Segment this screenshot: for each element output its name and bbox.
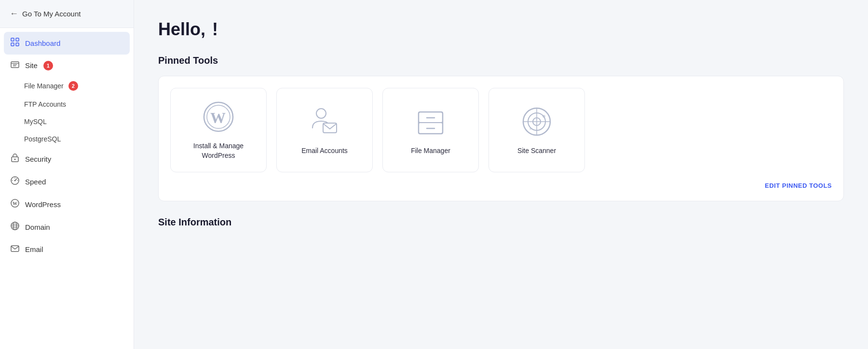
sidebar-subitem-postgresql[interactable]: PostgreSQL <box>24 130 134 148</box>
svg-text:W: W <box>210 109 226 126</box>
pinned-tools-container: W Install & Manage WordPress <box>158 76 844 201</box>
email-icon <box>10 244 20 254</box>
svg-rect-19 <box>11 246 19 251</box>
tool-card-site-scanner[interactable]: Site Scanner <box>488 88 585 172</box>
svg-rect-3 <box>16 43 19 46</box>
svg-point-11 <box>14 180 16 181</box>
pinned-tools-title: Pinned Tools <box>158 55 844 66</box>
wordpress-tool-icon: W <box>202 100 235 134</box>
sidebar-item-security[interactable]: Security <box>0 148 134 170</box>
svg-point-36 <box>529 128 531 130</box>
file-manager-badge: 2 <box>68 81 78 91</box>
arrow-left-icon: ← <box>10 9 18 19</box>
sidebar-subitem-ftp[interactable]: FTP Accounts <box>24 96 134 113</box>
sub-nav-label-mysql: MySQL <box>24 118 47 126</box>
sidebar-subitem-file-manager[interactable]: File Manager 2 <box>24 76 134 96</box>
sidebar-item-label-domain: Domain <box>25 223 50 231</box>
sidebar-item-wordpress[interactable]: W WordPress <box>0 193 134 216</box>
page-greeting: Hello, ! <box>158 19 844 40</box>
tool-label-file-manager: File Manager <box>411 146 450 156</box>
sidebar-item-dashboard[interactable]: Dashboard <box>4 32 130 55</box>
sidebar-item-label-wordpress: WordPress <box>25 200 61 209</box>
sub-nav-label-ftp: FTP Accounts <box>24 100 66 108</box>
site-icon <box>10 60 20 70</box>
tool-label-email-accounts: Email Accounts <box>301 146 348 156</box>
svg-point-23 <box>316 109 326 118</box>
tools-grid: W Install & Manage WordPress <box>170 88 832 172</box>
tool-label-wordpress: Install & Manage WordPress <box>180 141 257 160</box>
tool-label-site-scanner: Site Scanner <box>517 146 556 156</box>
sidebar-item-site[interactable]: Site 1 <box>0 55 134 76</box>
go-to-account-label: Go To My Account <box>22 10 81 18</box>
sidebar-item-label-speed: Speed <box>25 178 46 186</box>
svg-point-35 <box>542 115 545 118</box>
site-scanner-tool-icon <box>520 105 554 139</box>
svg-text:W: W <box>13 201 17 206</box>
pinned-tools-section: Pinned Tools W Install & Manage WordPres… <box>158 55 844 201</box>
tool-card-file-manager[interactable]: File Manager <box>382 88 479 172</box>
svg-point-9 <box>14 159 16 160</box>
sub-nav-label-postgresql: PostgreSQL <box>24 135 61 143</box>
sidebar-item-label-security: Security <box>25 155 51 163</box>
sub-nav-label-file-manager: File Manager <box>24 82 64 90</box>
tool-card-wordpress[interactable]: W Install & Manage WordPress <box>170 88 267 172</box>
main-content: Hello, ! Pinned Tools W Install & Manage… <box>134 0 868 349</box>
sidebar-item-speed[interactable]: Speed <box>0 170 134 193</box>
site-info-title: Site Information <box>158 217 844 228</box>
edit-pinned-tools-area: EDIT PINNED TOOLS <box>170 182 832 189</box>
svg-rect-24 <box>323 123 337 133</box>
globe-icon <box>10 222 20 233</box>
sidebar-item-email[interactable]: Email <box>0 238 134 260</box>
email-accounts-tool-icon <box>308 105 341 139</box>
sidebar-nav: Dashboard Site 1 File Manager 2 FTP <box>0 28 134 264</box>
file-manager-tool-icon <box>414 105 448 139</box>
go-to-account-button[interactable]: ← Go To My Account <box>0 0 134 28</box>
tool-card-email-accounts[interactable]: Email Accounts <box>276 88 373 172</box>
sidebar-item-label-site: Site <box>25 61 38 70</box>
lock-icon <box>10 154 20 165</box>
sidebar-subitem-mysql[interactable]: MySQL <box>24 113 134 130</box>
site-badge: 1 <box>43 61 53 70</box>
svg-rect-1 <box>16 38 19 41</box>
wordpress-icon: W <box>10 199 20 210</box>
sidebar-item-label-email: Email <box>25 245 43 253</box>
sidebar: ← Go To My Account Dashboard <box>0 0 134 349</box>
edit-pinned-tools-link[interactable]: EDIT PINNED TOOLS <box>765 182 832 189</box>
grid-icon <box>10 38 20 49</box>
speed-icon <box>10 176 20 187</box>
greeting-suffix: ! <box>212 19 218 39</box>
sub-nav: File Manager 2 FTP Accounts MySQL Postgr… <box>0 76 134 148</box>
svg-rect-2 <box>11 43 14 46</box>
sidebar-item-label-dashboard: Dashboard <box>25 39 60 47</box>
sidebar-item-domain[interactable]: Domain <box>0 216 134 238</box>
svg-rect-0 <box>11 38 14 41</box>
